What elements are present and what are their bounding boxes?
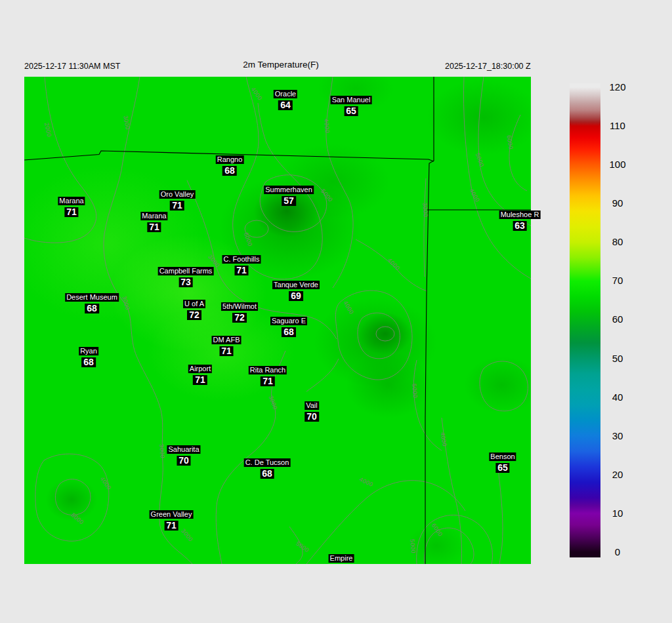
station-name: San Manuel [331,96,372,104]
station-benson: Benson65 [489,452,516,473]
station-airport: Airport71 [188,365,212,385]
station-name: Ryan [79,347,98,355]
station-temp: 71 [164,521,178,531]
station-name: Summerhaven [264,186,314,194]
map-title: 2m Temperature(F) [243,60,318,70]
station-name: C. Foothills [222,255,261,264]
station-name: 5th/Wilmot [221,302,258,311]
colorbar-tick-labels: 1201101009080706050403020100 [603,83,632,557]
station-saguaro-e: Saguaro E68 [270,317,307,337]
contour-elevation-label: 3000 [158,444,166,459]
station-name: Rita Ranch [249,366,287,374]
station-rangno: Rangno68 [216,155,244,176]
colorbar-tick-60: 60 [603,313,632,325]
station-temp: 72 [187,310,201,320]
colorbar-tick-40: 40 [603,392,632,403]
station-temp: 71 [261,376,275,386]
station-name: C. De Tucson [244,458,291,467]
station-name: U of A [183,300,205,308]
colorbar-tick-20: 20 [603,469,632,481]
station-marana: Marana71 [58,197,85,217]
contour-elevation-label: 4000 [323,119,331,134]
colorbar-tick-110: 110 [603,120,632,132]
station-temp: 68 [282,327,296,337]
colorbar-tick-0: 0 [603,546,632,558]
station-temp: 69 [289,291,303,301]
colorbar-tick-80: 80 [603,236,632,248]
station-name: Tanque Verde [272,281,320,289]
station-temp: 72 [232,313,247,323]
station-name: Benson [489,452,516,461]
station-temp: 68 [81,357,96,367]
station-name: Marana [140,212,167,220]
contour-elevation-label: 3000 [421,203,429,218]
left-timestamp: 2025-12-17 11:30AM MST [24,62,120,71]
station-name: Campbell Farms [158,267,214,275]
station-temp: 68 [222,166,237,176]
station-temp: 68 [260,469,274,479]
station-temp: 65 [344,106,358,116]
station-name: Vail [304,401,319,410]
contour-elevation-label: 5000 [409,539,417,554]
station-marana: Marana71 [140,212,167,232]
station-temp: 71 [170,201,184,211]
station-muleshoe-r: Muleshoe R63 [499,211,541,231]
station-u-of-a: U of A72 [183,300,205,320]
station-temp: 73 [178,277,193,287]
station-san-manuel: San Manuel65 [331,96,372,116]
station-c-de-tucson: C. De Tucson68 [244,458,291,479]
colorbar-tick-30: 30 [603,430,632,442]
station-desert-museum: Desert Museum68 [65,293,119,313]
station-temp: 71 [64,207,79,217]
station-c-foothills: C. Foothills71 [222,255,261,275]
station-sahuarita: Sahuarita70 [167,445,200,466]
station-campbell-farms: Campbell Farms73 [158,267,214,287]
right-timestamp: 2025-12-17_18:30:00 Z [445,62,531,71]
station-temp: 64 [278,100,293,110]
station-oro-valley: Oro Valley71 [159,190,196,211]
colorbar-tick-70: 70 [603,275,632,287]
station-summerhaven: Summerhaven57 [264,186,314,206]
station-name: Oro Valley [159,190,196,199]
station-temp: 70 [304,412,319,422]
station-name: Muleshoe R [499,211,541,219]
contour-elevation-label: 5000 [411,384,419,399]
station-name: Green Valley [150,510,194,519]
colorbar-tick-100: 100 [603,159,632,171]
station-rita-ranch: Rita Ranch71 [249,366,287,386]
station-name: Desert Museum [65,293,119,302]
station-temp: 63 [513,221,527,231]
station-name: Rangno [216,155,244,164]
station-vail: Vail70 [304,401,319,422]
station-name: Oracle [274,90,297,98]
station-ryan: Ryan68 [79,347,98,367]
station-oracle: Oracle64 [274,90,297,110]
station-temp: 65 [495,463,510,473]
station-temp: 68 [85,304,99,313]
colorbar-tick-90: 90 [603,197,632,209]
station-name: Empire [329,554,354,563]
station-name: Airport [188,365,212,373]
station-temp: 57 [282,196,296,206]
station-tanque-verde: Tanque Verde69 [272,281,320,301]
station-temp: 71 [193,375,207,385]
colorbar-tick-50: 50 [603,353,632,365]
temperature-map: 2000300040004000300060005000400040003000… [24,77,531,564]
station-temp: 71 [147,222,161,232]
station-green-valley: Green Valley71 [150,510,194,531]
station-name: DM AFB [212,336,242,344]
colorbar-tick-120: 120 [603,81,632,93]
station-name: Sahuarita [167,445,200,454]
station-temp: 70 [177,456,191,466]
station-name: Marana [58,197,85,205]
station-temp: 71 [234,266,249,275]
station-name: Saguaro E [270,317,307,325]
temperature-colorbar [570,83,600,557]
colorbar-tick-10: 10 [603,508,632,519]
station-dm-afb: DM AFB71 [212,336,242,356]
station-empire: Empire [329,554,354,563]
station-5th-wilmot: 5th/Wilmot72 [221,302,258,323]
station-temp: 71 [219,346,234,356]
